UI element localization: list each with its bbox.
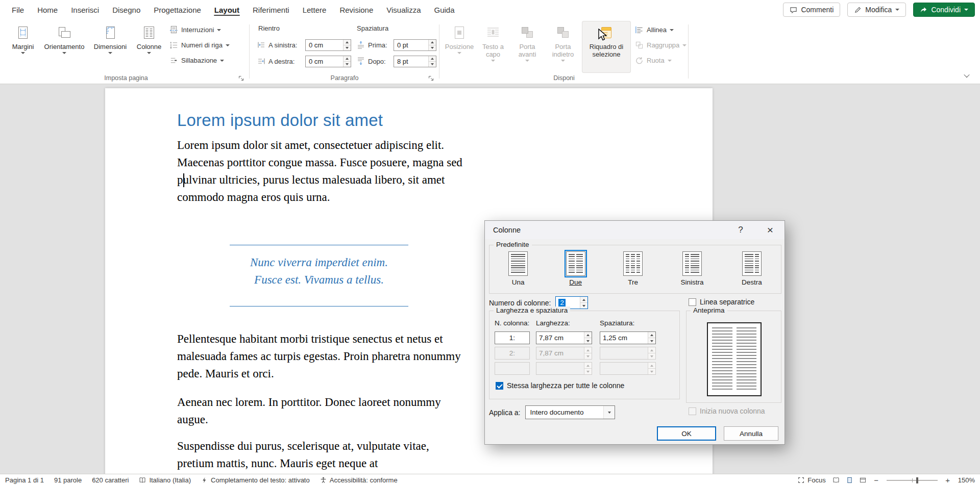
- size-button[interactable]: Dimensioni: [89, 21, 132, 73]
- paragraph[interactable]: Suspendisse dui purus, scelerisque at, v…: [177, 438, 466, 472]
- text-prediction-status[interactable]: Completamento del testo: attivato: [201, 476, 310, 484]
- editing-mode-button[interactable]: Modifica: [847, 3, 906, 17]
- read-mode-button[interactable]: [832, 477, 840, 483]
- close-icon[interactable]: ×: [759, 221, 781, 238]
- spacing-after-spinbox[interactable]: 8 pt: [394, 56, 436, 67]
- number-of-columns-value[interactable]: 2: [558, 299, 566, 306]
- col1-width-spinbox[interactable]: 7,87 cm: [536, 331, 592, 344]
- col1-spacing-spinbox[interactable]: 1,25 cm: [600, 331, 656, 344]
- zoom-level[interactable]: 150%: [958, 476, 975, 484]
- cancel-button[interactable]: Annulla: [724, 426, 778, 441]
- help-icon[interactable]: ?: [729, 221, 752, 238]
- tab-revisione[interactable]: Revisione: [333, 0, 380, 19]
- spin-up-button: [584, 347, 592, 353]
- focus-mode-button[interactable]: Focus: [798, 476, 825, 484]
- print-layout-button[interactable]: [846, 477, 853, 483]
- comments-button[interactable]: Commenti: [783, 3, 840, 17]
- spin-up-button[interactable]: [344, 40, 351, 45]
- indent-right-value[interactable]: 0 cm: [306, 56, 343, 67]
- spin-up-button[interactable]: [344, 56, 351, 62]
- indent-left-spinbox[interactable]: 0 cm: [305, 39, 351, 51]
- character-count[interactable]: 620 caratteri: [92, 476, 129, 484]
- spin-up-button[interactable]: [584, 332, 592, 338]
- equal-width-checkbox[interactable]: [496, 382, 503, 390]
- spin-up-button[interactable]: [429, 40, 436, 45]
- zoom-in-icon[interactable]: +: [944, 476, 951, 484]
- document-title[interactable]: Lorem ipsum dolor sit amet: [177, 111, 383, 130]
- tab-home[interactable]: Home: [31, 0, 64, 19]
- column-row-1: 1: 7,87 cm 1,25 cm: [489, 331, 679, 344]
- zoom-out-icon[interactable]: −: [873, 476, 880, 484]
- tab-progettazione[interactable]: Progettazione: [147, 0, 208, 19]
- margins-button[interactable]: Margini: [6, 21, 40, 73]
- columns-button[interactable]: Colonne: [133, 21, 165, 73]
- spin-down-button[interactable]: [580, 303, 587, 309]
- preset-three[interactable]: Tre: [623, 251, 643, 286]
- preset-right[interactable]: Destra: [742, 251, 762, 286]
- page-indicator[interactable]: Pagina 1 di 1: [5, 476, 44, 484]
- tab-file[interactable]: File: [5, 0, 31, 19]
- spin-up-button[interactable]: [580, 297, 587, 303]
- spacing-before-value[interactable]: 0 pt: [394, 40, 428, 50]
- web-layout-button[interactable]: [860, 477, 866, 483]
- margins-icon: [15, 24, 31, 41]
- share-button[interactable]: Condividi: [913, 3, 975, 17]
- indent-right-spinbox[interactable]: 0 cm: [305, 56, 351, 67]
- line-numbers-button[interactable]: Numeri di riga: [166, 38, 248, 52]
- indent-right-icon: [257, 57, 265, 65]
- spin-down-button[interactable]: [584, 338, 592, 344]
- quote-line[interactable]: Fusce est. Vivamus a tellus.: [230, 271, 408, 289]
- chevron-down-icon: [561, 60, 565, 62]
- tab-disegno[interactable]: Disegno: [106, 0, 147, 19]
- tab-guida[interactable]: Guida: [428, 0, 461, 19]
- preset-one[interactable]: Una: [508, 251, 528, 286]
- col3-spacing-spinbox: [600, 362, 656, 375]
- preset-two[interactable]: Due: [566, 251, 585, 286]
- line-between-label: Linea separatrice: [700, 298, 754, 306]
- number-of-columns-label: Numero di colonne:: [489, 299, 551, 307]
- spin-down-button[interactable]: [429, 45, 436, 50]
- hyphenation-button[interactable]: Sillabazione: [166, 54, 248, 67]
- paragraph[interactable]: Lorem ipsum dolor sit amet, consectetuer…: [177, 137, 466, 206]
- zoom-slider[interactable]: [887, 480, 938, 481]
- preset-left[interactable]: Sinistra: [681, 251, 704, 286]
- spin-up-button[interactable]: [648, 332, 655, 338]
- paragraph[interactable]: Aenean nec lorem. In porttitor. Donec la…: [177, 394, 466, 428]
- word-count[interactable]: 91 parole: [54, 476, 82, 484]
- tab-inserisci[interactable]: Inserisci: [64, 0, 106, 19]
- zoom-slider-thumb[interactable]: [916, 477, 918, 483]
- columns-label: Colonne: [137, 43, 161, 50]
- chevron-down-icon: [668, 60, 672, 62]
- spacing-after-value[interactable]: 8 pt: [394, 56, 428, 67]
- proofing-status[interactable]: Italiano (Italia): [139, 476, 191, 484]
- ribbon-group-arrange: Posizione Testo a capo Porta avanti Port…: [442, 19, 686, 84]
- tab-riferimenti[interactable]: Riferimenti: [246, 0, 296, 19]
- pull-quote[interactable]: Nunc viverra imperdiet enim. Fusce est. …: [230, 245, 408, 306]
- breaks-button[interactable]: Interruzioni: [166, 23, 248, 37]
- spacing-before-spinbox[interactable]: 0 pt: [394, 39, 436, 51]
- spin-down-button[interactable]: [344, 45, 351, 50]
- tab-lettere[interactable]: Lettere: [296, 0, 333, 19]
- quote-line[interactable]: Nunc viverra imperdiet enim.: [230, 254, 408, 271]
- apply-to-dropdown[interactable]: Intero documento: [525, 405, 615, 419]
- tab-visualizza[interactable]: Visualizza: [380, 0, 427, 19]
- spin-down-button[interactable]: [429, 62, 436, 67]
- orientation-button[interactable]: Orientamento: [41, 21, 88, 73]
- align-button[interactable]: Allinea: [632, 23, 689, 37]
- spin-down-button[interactable]: [344, 62, 351, 67]
- wrap-text-icon: [485, 24, 501, 41]
- paragraph-dialog-launcher[interactable]: [427, 74, 435, 82]
- chevron-down-icon[interactable]: [603, 406, 615, 419]
- spin-down-button[interactable]: [648, 338, 655, 344]
- page-setup-dialog-launcher[interactable]: [237, 74, 245, 82]
- page-setup-buttons: Margini Orientamento Dimensioni Colonne: [6, 21, 248, 73]
- spacing-after-icon: [357, 57, 365, 65]
- line-between-checkbox[interactable]: [689, 298, 696, 306]
- ok-button[interactable]: OK: [657, 426, 716, 441]
- spin-up-button[interactable]: [429, 56, 436, 62]
- paragraph[interactable]: Pellentesque habitant morbi tristique se…: [177, 330, 466, 382]
- tab-layout[interactable]: Layout: [208, 0, 246, 19]
- indent-left-value[interactable]: 0 cm: [306, 40, 343, 50]
- collapse-ribbon-button[interactable]: [962, 71, 972, 80]
- accessibility-status[interactable]: Accessibilità: conforme: [320, 476, 398, 484]
